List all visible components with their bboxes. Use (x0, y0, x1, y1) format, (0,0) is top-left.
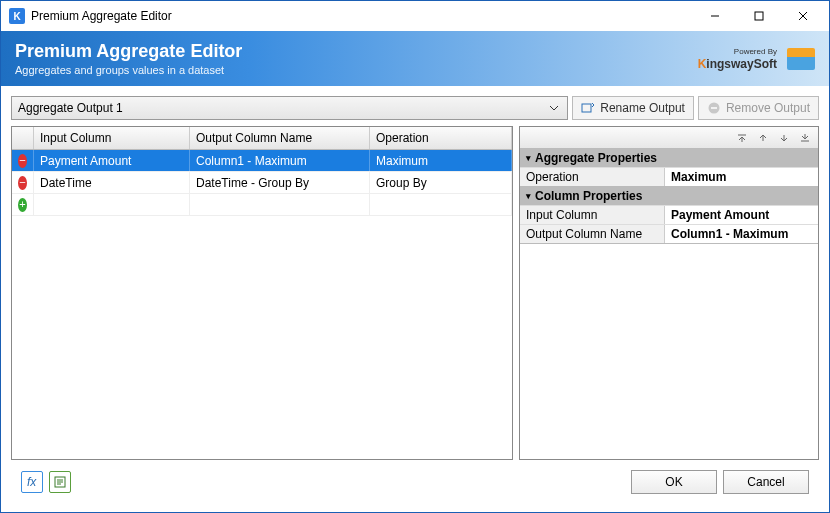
table-row[interactable]: − Payment Amount Column1 - Maximum Maxim… (12, 150, 512, 172)
column-properties-section: ▾ Column Properties Input Column Payment… (520, 187, 818, 244)
cell-operation[interactable]: Group By (370, 172, 512, 193)
columns-grid: Input Column Output Column Name Operatio… (11, 126, 513, 460)
remove-row-icon: − (18, 176, 27, 190)
remove-output-button[interactable]: Remove Output (698, 96, 819, 120)
main-split: Input Column Output Column Name Operatio… (11, 126, 819, 460)
rename-icon (581, 101, 595, 115)
svg-rect-0 (755, 12, 763, 20)
output-select[interactable]: Aggregate Output 1 (11, 96, 568, 120)
section-header[interactable]: ▾ Column Properties (520, 187, 818, 205)
move-down-icon[interactable] (775, 130, 793, 146)
output-select-value: Aggregate Output 1 (18, 101, 123, 115)
editor-body: Aggregate Output 1 Rename Output Remove … (1, 86, 829, 512)
minimize-button[interactable] (693, 2, 737, 30)
header-subtitle: Aggregates and groups values in a datase… (15, 64, 698, 76)
kingswaysoft-logo: Powered By KingswaySoft (698, 47, 777, 71)
documentation-button[interactable] (49, 471, 71, 493)
chevron-down-icon: ▾ (526, 191, 531, 201)
remove-icon (707, 101, 721, 115)
expression-button[interactable]: fx (21, 471, 43, 493)
grid-header-output[interactable]: Output Column Name (190, 127, 370, 149)
cell-output[interactable]: DateTime - Group By (190, 172, 370, 193)
row-action-cell[interactable]: + (12, 194, 34, 215)
header-banner: Premium Aggregate Editor Aggregates and … (1, 31, 829, 86)
remove-row-icon: − (18, 154, 27, 168)
property-value[interactable]: Column1 - Maximum (665, 225, 818, 243)
move-top-icon[interactable] (733, 130, 751, 146)
svg-text:fx: fx (27, 475, 37, 489)
powered-by-label: Powered By (734, 47, 777, 56)
property-row[interactable]: Operation Maximum (520, 167, 818, 186)
header-title: Premium Aggregate Editor (15, 41, 698, 62)
cancel-button[interactable]: Cancel (723, 470, 809, 494)
property-row[interactable]: Input Column Payment Amount (520, 205, 818, 224)
footer-tools: fx (21, 471, 71, 493)
property-key: Input Column (520, 206, 665, 224)
branding-block: Powered By KingswaySoft (698, 47, 815, 71)
move-bottom-icon[interactable] (796, 130, 814, 146)
app-icon: K (9, 8, 25, 24)
output-toolbar: Aggregate Output 1 Rename Output Remove … (11, 96, 819, 120)
aggregate-properties-section: ▾ Aggregate Properties Operation Maximum (520, 149, 818, 187)
section-title: Column Properties (535, 189, 642, 203)
chevron-down-icon (545, 97, 563, 119)
add-row-icon: + (18, 198, 27, 212)
property-value[interactable]: Payment Amount (665, 206, 818, 224)
table-row-new[interactable]: + (12, 194, 512, 216)
cell-input[interactable]: DateTime (34, 172, 190, 193)
grid-body: − Payment Amount Column1 - Maximum Maxim… (12, 150, 512, 459)
section-title: Aggregate Properties (535, 151, 657, 165)
cell-input[interactable]: Payment Amount (34, 150, 190, 171)
aggregate-table-icon (787, 48, 815, 70)
dialog-footer: fx OK Cancel (11, 466, 819, 504)
svg-rect-1 (582, 104, 591, 112)
properties-panel: ▾ Aggregate Properties Operation Maximum… (519, 126, 819, 460)
move-up-icon[interactable] (754, 130, 772, 146)
close-button[interactable] (781, 2, 825, 30)
row-action-cell[interactable]: − (12, 150, 34, 171)
grid-header-operation[interactable]: Operation (370, 127, 512, 149)
grid-header-gutter (12, 127, 34, 149)
titlebar: K Premium Aggregate Editor (1, 1, 829, 31)
section-header[interactable]: ▾ Aggregate Properties (520, 149, 818, 167)
ok-button[interactable]: OK (631, 470, 717, 494)
cell-output[interactable]: Column1 - Maximum (190, 150, 370, 171)
property-key: Output Column Name (520, 225, 665, 243)
grid-header-input[interactable]: Input Column (34, 127, 190, 149)
grid-header-row: Input Column Output Column Name Operatio… (12, 127, 512, 150)
rename-output-label: Rename Output (600, 101, 685, 115)
cell-operation[interactable]: Maximum (370, 150, 512, 171)
property-row[interactable]: Output Column Name Column1 - Maximum (520, 224, 818, 243)
remove-output-label: Remove Output (726, 101, 810, 115)
property-value[interactable]: Maximum (665, 168, 818, 186)
maximize-button[interactable] (737, 2, 781, 30)
rename-output-button[interactable]: Rename Output (572, 96, 694, 120)
app-window: K Premium Aggregate Editor Premium Aggre… (0, 0, 830, 513)
header-text: Premium Aggregate Editor Aggregates and … (15, 41, 698, 76)
properties-toolbar (520, 127, 818, 149)
window-title: Premium Aggregate Editor (31, 9, 693, 23)
property-key: Operation (520, 168, 665, 186)
row-action-cell[interactable]: − (12, 172, 34, 193)
table-row[interactable]: − DateTime DateTime - Group By Group By (12, 172, 512, 194)
chevron-down-icon: ▾ (526, 153, 531, 163)
